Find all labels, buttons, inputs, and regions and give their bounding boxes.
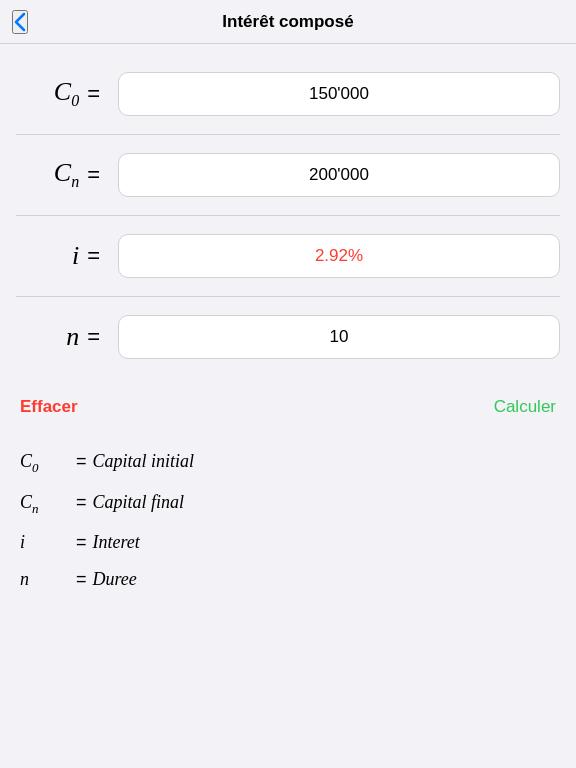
n-label: n = xyxy=(16,322,106,352)
clear-button[interactable]: Effacer xyxy=(20,397,78,417)
legend-cn: Cn = Capital final xyxy=(20,484,556,525)
main-content: C0 = Cn = i = n = Effacer Calculer xyxy=(0,44,576,608)
action-row: Effacer Calculer xyxy=(0,381,576,433)
n-input[interactable] xyxy=(118,315,560,359)
nav-title: Intérêt composé xyxy=(222,12,353,32)
cn-row: Cn = xyxy=(0,135,576,215)
i-row: i = xyxy=(0,216,576,296)
i-input[interactable] xyxy=(118,234,560,278)
i-label: i = xyxy=(16,241,106,271)
legend-n: n = Duree xyxy=(20,561,556,598)
c0-input[interactable] xyxy=(118,72,560,116)
cn-input[interactable] xyxy=(118,153,560,197)
legend-section: C0 = Capital initial Cn = Capital final … xyxy=(0,433,576,608)
legend-c0: C0 = Capital initial xyxy=(20,443,556,484)
cn-label: Cn = xyxy=(16,158,106,191)
nav-bar: Intérêt composé xyxy=(0,0,576,44)
legend-i: i = Interet xyxy=(20,524,556,561)
n-row: n = xyxy=(0,297,576,377)
back-button[interactable] xyxy=(12,10,28,34)
c0-row: C0 = xyxy=(0,54,576,134)
c0-label: C0 = xyxy=(16,77,106,110)
calculate-button[interactable]: Calculer xyxy=(494,397,556,417)
